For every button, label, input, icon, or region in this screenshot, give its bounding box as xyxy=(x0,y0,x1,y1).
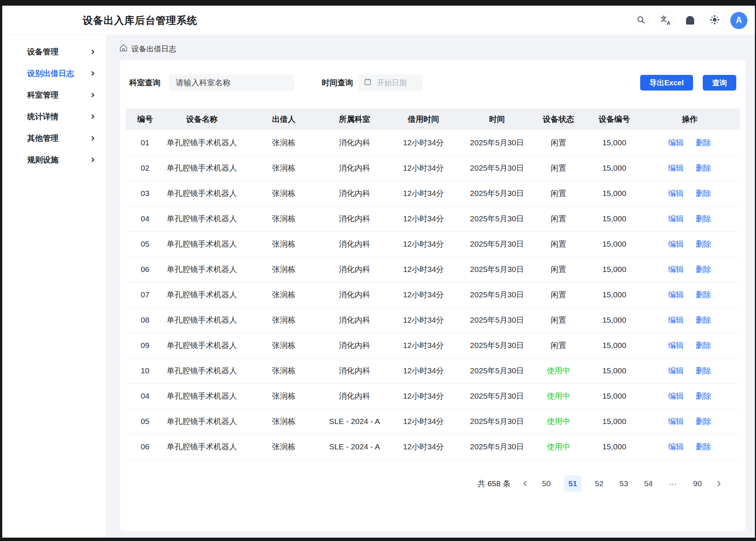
cell-borrower: 张润栋 xyxy=(239,282,328,307)
cell-time: 2025年5月30日 xyxy=(466,231,528,257)
edit-link[interactable]: 编辑 xyxy=(668,189,684,197)
cell-device-number: 15,000 xyxy=(589,307,639,333)
cell-actions: 编辑 删除 xyxy=(639,409,740,434)
dept-search-input[interactable] xyxy=(169,74,294,91)
cell-no: 04 xyxy=(126,383,165,409)
cell-device-status: 使用中 xyxy=(528,383,589,409)
sidebar-item-label: 科室管理 xyxy=(27,90,58,100)
cell-department: SLE - 2024 - A xyxy=(328,434,381,459)
page-button-54[interactable]: 54 xyxy=(642,475,655,492)
cell-time: 2025年5月30日 xyxy=(466,307,528,333)
cell-device-name: 单孔腔镜手术机器人 xyxy=(165,130,239,155)
cell-device-name: 单孔腔镜手术机器人 xyxy=(165,307,239,333)
cell-time: 2025年5月30日 xyxy=(466,333,528,358)
cell-actions: 编辑 删除 xyxy=(639,282,740,307)
table-row: 02 单孔腔镜手术机器人 张润栋 消化内科 12小时34分 2025年5月30日… xyxy=(126,155,740,181)
edit-link[interactable]: 编辑 xyxy=(668,240,684,248)
app-title: 设备出入库后台管理系统 xyxy=(83,14,197,27)
delete-link[interactable]: 删除 xyxy=(696,189,711,197)
edit-link[interactable]: 编辑 xyxy=(668,366,684,375)
delete-link[interactable]: 删除 xyxy=(696,366,711,375)
language-button[interactable]: 文 A xyxy=(657,12,674,29)
start-date-placeholder: 开始日期 xyxy=(377,78,407,88)
cell-device-number: 15,000 xyxy=(589,383,639,409)
cell-actions: 编辑 删除 xyxy=(639,130,740,155)
cell-device-status: 闲置 xyxy=(528,231,589,257)
cell-device-name: 单孔腔镜手术机器人 xyxy=(165,155,239,181)
query-button[interactable]: 查询 xyxy=(703,75,736,91)
sidebar-item-label: 设别出借日志 xyxy=(27,68,74,79)
edit-link[interactable]: 编辑 xyxy=(668,442,684,451)
cell-device-status: 闲置 xyxy=(528,130,589,155)
delete-link[interactable]: 删除 xyxy=(696,240,711,248)
cell-no: 07 xyxy=(126,282,165,307)
theme-button[interactable] xyxy=(706,12,724,29)
delete-link[interactable]: 删除 xyxy=(696,138,711,147)
cell-actions: 编辑 删除 xyxy=(639,383,740,409)
cell-actions: 编辑 删除 xyxy=(639,307,740,333)
edit-link[interactable]: 编辑 xyxy=(668,417,684,425)
sidebar-item-2[interactable]: 科室管理 xyxy=(2,88,107,102)
cell-no: 03 xyxy=(126,181,165,206)
user-avatar[interactable]: A xyxy=(730,12,747,29)
sidebar-item-4[interactable]: 其他管理 xyxy=(2,131,107,146)
edit-link[interactable]: 编辑 xyxy=(668,265,684,273)
cell-borrow-duration: 12小时34分 xyxy=(381,282,466,307)
cell-no: 05 xyxy=(126,231,165,257)
cell-borrower: 张润栋 xyxy=(239,155,328,181)
cell-borrower: 张润栋 xyxy=(239,409,328,434)
cell-borrower: 张润栋 xyxy=(239,434,328,459)
edit-link[interactable]: 编辑 xyxy=(668,214,684,223)
prev-page-icon[interactable] xyxy=(522,480,528,487)
edit-link[interactable]: 编辑 xyxy=(668,316,684,324)
cell-device-number: 15,000 xyxy=(589,130,639,155)
cell-department: 消化内科 xyxy=(328,383,381,409)
cell-department: SLE - 2024 - A xyxy=(328,409,381,434)
cell-no: 05 xyxy=(126,409,165,434)
delete-link[interactable]: 删除 xyxy=(696,265,711,273)
delete-link[interactable]: 删除 xyxy=(696,290,711,299)
edit-link[interactable]: 编辑 xyxy=(668,138,684,147)
edit-link[interactable]: 编辑 xyxy=(668,164,684,172)
delete-link[interactable]: 删除 xyxy=(696,392,711,400)
export-excel-button[interactable]: 导出Excel xyxy=(640,75,693,91)
edit-link[interactable]: 编辑 xyxy=(668,392,684,400)
cell-device-number: 15,000 xyxy=(589,333,639,358)
page-button-52[interactable]: 52 xyxy=(593,475,606,492)
cell-borrow-duration: 12小时34分 xyxy=(381,155,466,181)
topbar-actions: 文 A A xyxy=(632,12,755,29)
next-page-icon[interactable] xyxy=(715,480,722,487)
cell-device-status: 闲置 xyxy=(528,333,589,358)
col-device-status: 设备状态 xyxy=(528,108,589,130)
cell-no: 02 xyxy=(126,155,165,181)
delete-link[interactable]: 删除 xyxy=(696,164,711,172)
cell-borrower: 张润栋 xyxy=(239,257,328,282)
start-date-picker[interactable]: 开始日期 xyxy=(359,74,423,91)
sidebar-item-0[interactable]: 设备管理 xyxy=(2,44,107,59)
delete-link[interactable]: 删除 xyxy=(696,316,711,324)
edit-link[interactable]: 编辑 xyxy=(668,290,684,299)
sidebar-item-1[interactable]: 设别出借日志 xyxy=(2,66,107,81)
breadcrumb[interactable]: 设备出借日志 xyxy=(119,44,755,54)
sidebar-item-3[interactable]: 统计详情 xyxy=(2,109,107,124)
cell-device-number: 15,000 xyxy=(589,434,639,459)
delete-link[interactable]: 删除 xyxy=(696,442,711,451)
delete-link[interactable]: 删除 xyxy=(696,417,711,425)
home-icon xyxy=(119,44,128,54)
page-button-53[interactable]: 53 xyxy=(617,475,630,492)
delete-link[interactable]: 删除 xyxy=(696,341,711,349)
cell-actions: 编辑 删除 xyxy=(639,206,740,231)
cell-device-status: 使用中 xyxy=(528,409,589,434)
notification-button[interactable] xyxy=(681,12,699,29)
page-button-51[interactable]: 51 xyxy=(564,475,581,492)
search-button[interactable] xyxy=(632,12,650,29)
page-button-50[interactable]: 50 xyxy=(540,475,553,492)
page-ellipsis[interactable]: ··· xyxy=(666,475,680,492)
cell-device-status: 闲置 xyxy=(528,257,589,282)
page-button-90[interactable]: 90 xyxy=(691,475,704,492)
cell-device-name: 单孔腔镜手术机器人 xyxy=(165,358,239,383)
sidebar-item-5[interactable]: 规则设施 xyxy=(2,152,107,167)
edit-link[interactable]: 编辑 xyxy=(668,341,684,349)
cell-department: 消化内科 xyxy=(328,130,381,155)
delete-link[interactable]: 删除 xyxy=(696,214,711,223)
